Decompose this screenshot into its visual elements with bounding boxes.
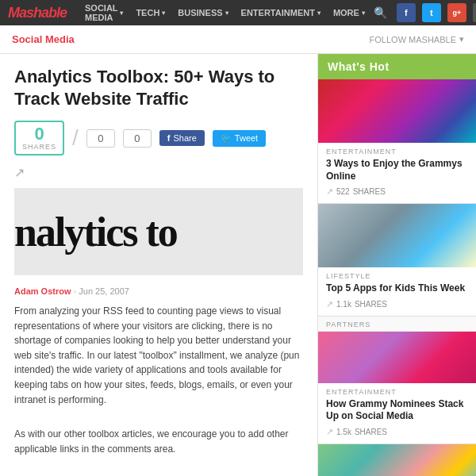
article-date: Jun 25, 2007 [79, 286, 129, 296]
chevron-down-icon: ▾ [362, 10, 365, 17]
article-hero-text: nalytics to [14, 209, 177, 255]
share-icon-row: ↗ [14, 165, 303, 180]
article-title: Analytics Toolbox: 50+ Ways to Track Web… [14, 66, 303, 109]
top-nav: Mashable Social Media ▾ Tech ▾ Business … [0, 0, 476, 25]
chevron-down-icon: ▾ [225, 10, 228, 17]
sidebar-shares-1: ↗ 522 SHARES [326, 186, 468, 197]
tw-count-box: 0 [123, 129, 152, 148]
sidebar-shares-3: ↗ 1.5k SHARES [326, 427, 468, 437]
twitter-btn-label: Tweet [235, 133, 258, 143]
fb-count: 0 [98, 132, 103, 144]
shares-label-2: SHARES [355, 300, 387, 309]
nav-right: 🔍 f t g+ 👤 [371, 3, 476, 22]
share-row: 0 SHARES / 0 0 f Share 🐦 Tweet [14, 121, 303, 155]
sidebar-image-3 [318, 332, 476, 383]
sidebar-card-info-2: LIFESTYLE Top 5 Apps for Kids This Week … [318, 267, 476, 316]
tw-count: 0 [134, 132, 140, 144]
sidebar-category-2: LIFESTYLE [326, 272, 468, 280]
sidebar-category-3: ENTERTAINMENT [326, 388, 468, 396]
nav-item-social-media[interactable]: Social Media ▾ [79, 0, 129, 25]
shares-count-3: 1.5k [336, 428, 351, 436]
whats-hot-header: What's Hot [318, 54, 476, 79]
chevron-down-icon: ▾ [162, 10, 165, 17]
sidebar-card-2: LIFESTYLE Top 5 Apps for Kids This Week … [318, 204, 476, 317]
chevron-down-icon: ▾ [120, 10, 123, 17]
shares-label-3: SHARES [355, 428, 387, 436]
logo[interactable]: Mashable [8, 5, 67, 21]
nav-item-entertainment[interactable]: Entertainment ▾ [235, 0, 327, 25]
share-count-box: 0 SHARES [14, 121, 64, 155]
shares-count-1: 522 [336, 187, 350, 196]
article-area: Analytics Toolbox: 50+ Ways to Track Web… [0, 54, 317, 476]
shares-icon-2: ↗ [326, 299, 333, 309]
sidebar-card-4 [318, 444, 476, 476]
shares-icon-3: ↗ [326, 427, 333, 437]
sidebar-category-1: ENTERTAINMENT [326, 148, 468, 155]
article-hero: nalytics to [14, 188, 303, 275]
article-body-1: From analyzing your RSS feed to counting… [14, 304, 303, 407]
sidebar-partners-label: PARTNERS [318, 317, 476, 332]
twitter-btn-icon: 🐦 [221, 133, 232, 144]
nav-item-more[interactable]: More ▾ [327, 0, 371, 25]
sidebar-image-1 [318, 79, 476, 143]
breadcrumb[interactable]: Social Media [12, 33, 75, 45]
share-count-number: 0 [34, 125, 44, 143]
sidebar-title-1[interactable]: 3 Ways to Enjoy the Grammys Online [326, 158, 468, 182]
author-name[interactable]: Adam Ostrow [14, 286, 71, 296]
sidebar-image-2 [318, 204, 476, 267]
article-body-2: As with our other toolbox articles, we e… [14, 427, 303, 456]
nav-item-tech[interactable]: Tech ▾ [129, 0, 171, 25]
fb-count-box: 0 [86, 129, 115, 148]
divider-slash: / [72, 125, 79, 151]
chevron-down-icon: ▾ [459, 34, 464, 44]
facebook-share-button[interactable]: f Share [159, 130, 205, 146]
nav-label-business: Business [178, 8, 222, 17]
nav-label-entertainment: Entertainment [241, 8, 315, 17]
follow-mashable[interactable]: FOLLOW MASHABLE ▾ [370, 34, 464, 44]
search-icon[interactable]: 🔍 [371, 3, 390, 22]
nav-label-tech: Tech [136, 8, 159, 17]
twitter-icon[interactable]: t [422, 3, 441, 22]
sidebar-image-placeholder-2 [318, 204, 476, 267]
googleplus-icon[interactable]: g+ [447, 3, 466, 22]
nav-label-more: More [333, 8, 359, 17]
shares-count-2: 1.1k [336, 300, 351, 309]
facebook-icon[interactable]: f [397, 3, 416, 22]
share-icon[interactable]: ↗ [14, 166, 25, 179]
twitter-tweet-button[interactable]: 🐦 Tweet [213, 130, 266, 147]
sidebar-image-placeholder-4 [318, 444, 476, 476]
facebook-btn-icon: f [167, 133, 171, 143]
user-icon[interactable]: 👤 [473, 3, 476, 22]
sidebar-shares-2: ↗ 1.1k SHARES [326, 299, 468, 309]
share-count-label: SHARES [22, 143, 56, 151]
shares-label-1: SHARES [353, 187, 386, 196]
sidebar-title-3[interactable]: How Grammy Nominees Stack Up on Social M… [326, 398, 468, 423]
secondary-bar: Social Media FOLLOW MASHABLE ▾ [0, 25, 476, 54]
sidebar-image-4 [318, 444, 476, 476]
sidebar-card-info-3: ENTERTAINMENT How Grammy Nominees Stack … [318, 383, 476, 443]
sidebar-card-3: ENTERTAINMENT How Grammy Nominees Stack … [318, 332, 476, 444]
shares-icon-1: ↗ [326, 186, 333, 197]
sidebar-card-1: ENTERTAINMENT 3 Ways to Enjoy the Grammy… [318, 79, 476, 204]
main-content: Analytics Toolbox: 50+ Ways to Track Web… [0, 54, 476, 476]
facebook-btn-label: Share [173, 133, 196, 143]
nav-label-social-media: Social Media [85, 3, 117, 22]
chevron-down-icon: ▾ [317, 10, 321, 17]
author-row: Adam Ostrow › Jun 25, 2007 [14, 286, 303, 296]
sidebar-image-placeholder-1 [318, 79, 476, 143]
sidebar: What's Hot ENTERTAINMENT 3 Ways to Enjoy… [317, 54, 476, 476]
sidebar-card-info-1: ENTERTAINMENT 3 Ways to Enjoy the Grammy… [318, 143, 476, 203]
sidebar-title-2[interactable]: Top 5 Apps for Kids This Week [326, 282, 468, 295]
follow-label: FOLLOW MASHABLE [370, 35, 456, 44]
nav-item-business[interactable]: Business ▾ [171, 0, 234, 25]
sidebar-image-placeholder-3 [318, 332, 476, 383]
